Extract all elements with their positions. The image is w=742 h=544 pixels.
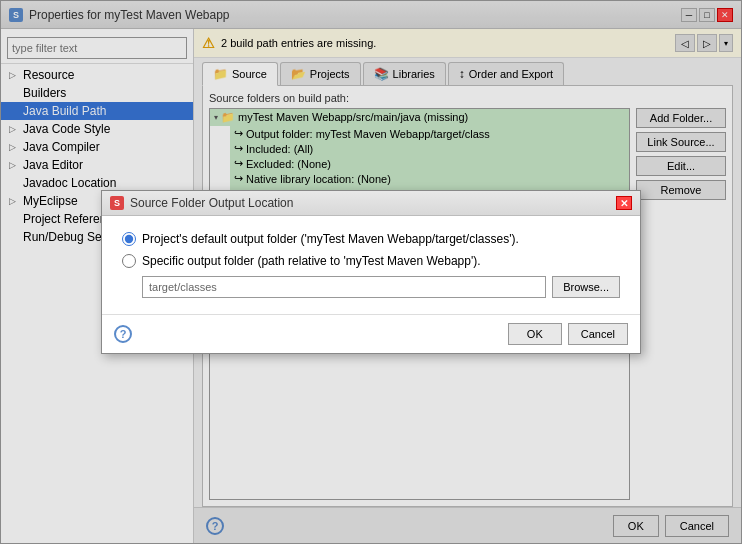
modal-help-icon: ? <box>120 328 127 340</box>
radio-option-specific: Specific output folder (path relative to… <box>122 254 620 268</box>
modal-dialog: S Source Folder Output Location ✕ Projec… <box>101 190 641 354</box>
modal-title-bar: S Source Folder Output Location ✕ <box>102 191 640 216</box>
modal-app-icon: S <box>110 196 124 210</box>
browse-button[interactable]: Browse... <box>552 276 620 298</box>
modal-help-button[interactable]: ? <box>114 325 132 343</box>
modal-title: Source Folder Output Location <box>130 196 293 210</box>
radio-specific-label: Specific output folder (path relative to… <box>142 254 481 268</box>
modal-body: Project's default output folder ('myTest… <box>102 216 640 314</box>
modal-cancel-button[interactable]: Cancel <box>568 323 628 345</box>
folder-path-input[interactable] <box>142 276 546 298</box>
radio-specific-output[interactable] <box>122 254 136 268</box>
modal-title-left: S Source Folder Output Location <box>110 196 293 210</box>
modal-ok-button[interactable]: OK <box>508 323 562 345</box>
modal-close-button[interactable]: ✕ <box>616 196 632 210</box>
radio-option-default: Project's default output folder ('myTest… <box>122 232 620 246</box>
folder-input-row: Browse... <box>142 276 620 298</box>
radio-default-label: Project's default output folder ('myTest… <box>142 232 519 246</box>
modal-overlay: S Source Folder Output Location ✕ Projec… <box>0 0 742 544</box>
modal-footer: ? OK Cancel <box>102 314 640 353</box>
radio-default-output[interactable] <box>122 232 136 246</box>
